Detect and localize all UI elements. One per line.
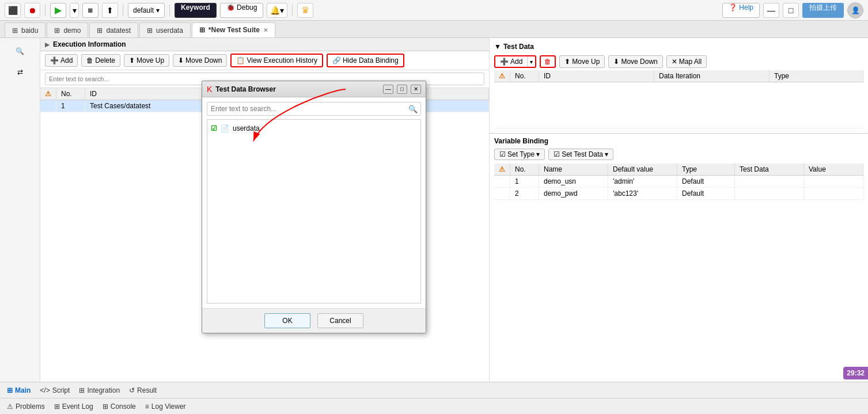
variable-binding-title: Variable Binding [494,137,863,145]
test-data-table-wrapper: ⚠ No. ID Data Iteration Type [490,70,868,133]
tree-item-userdata[interactable]: ☑ 📄 userdata [211,123,417,134]
td-empty-row [494,82,863,128]
minimize-btn[interactable]: — [763,3,779,18]
dialog-ok-btn[interactable]: OK [264,313,310,328]
default-label: default [133,6,154,14]
tab-baidu[interactable]: ⊞ baidu [5,22,46,37]
test-data-add-btn[interactable]: ➕ Add [495,56,528,67]
dialog-k-icon: K [207,85,212,94]
upload-to-server-btn[interactable]: ⬆ [102,3,118,18]
timer-badge: 29:32 [843,367,868,379]
dialog-body: 🔍 ☑ 📄 userdata [202,97,426,308]
default-profile-btn[interactable]: default ▾ [128,3,165,18]
main-icon: ⊞ [7,386,13,394]
play-dropdown-btn[interactable]: ▾ [70,3,79,18]
test-data-section: ▼ Test Data ➕ Add ▾ 🗑 ⬆ Move Up [490,38,868,134]
maximize-btn[interactable]: □ [783,3,799,18]
event-log-status[interactable]: ⊞ Event Log [54,402,93,411]
debug-btn[interactable]: 🐞 Debug [220,3,264,18]
dialog-search-input[interactable] [207,102,421,116]
terminal-btn[interactable]: ⬛ [5,3,21,18]
upload-photo-btn[interactable]: 拍摄上传 [802,3,844,18]
tab-icon: ⊞ [54,26,60,35]
set-test-data-btn[interactable]: ☑ Set Test Data ▾ [548,149,613,160]
warning-icon: ⚠ [7,402,13,411]
user-avatar[interactable]: 👤 [847,2,863,18]
sidebar-replace-icon[interactable]: ⇄ [12,63,29,81]
log-viewer-status[interactable]: ≡ Log Viewer [145,402,186,411]
row-no: 1 [56,100,85,112]
test-data-move-down-btn[interactable]: ⬇ Move Down [608,55,662,68]
record-btn[interactable]: ⏺ [24,3,40,18]
row-warn [494,188,510,200]
notification-btn[interactable]: 🔔▾ [267,3,287,18]
tab-icon: ⊞ [147,26,153,35]
up-icon: ⬆ [129,56,135,64]
vb-no-col: No. [510,164,539,176]
stop-btn[interactable]: ⏹ [82,3,98,18]
play-btn[interactable]: ▶ [50,3,66,18]
dialog-maximize-btn[interactable]: □ [397,85,407,94]
set-type-btn[interactable]: ☑ Set Type ▾ [494,149,545,160]
test-data-table: ⚠ No. ID Data Iteration Type [494,70,863,128]
table-row[interactable]: 1 demo_usn 'admin' Default [494,176,863,188]
search-icon: 🔍 [408,105,418,113]
result-icon: ↺ [129,386,135,394]
td-warn-col: ⚠ [494,70,510,82]
td-no-col: No. [510,70,539,82]
crown-icon-btn[interactable]: ♛ [297,3,313,18]
view-history-button[interactable]: 📋 View Execution History [230,54,323,67]
main-content: 🔍 ⇄ ▶ Execution Information ➕ Add 🗑 Dele… [0,38,868,382]
history-icon: 📋 [236,56,245,64]
tab-script[interactable]: </> Script [40,386,70,394]
console-status[interactable]: ⊞ Console [103,402,136,411]
tab-integration[interactable]: ⊞ Integration [79,386,120,394]
test-data-delete-btn[interactable]: 🗑 [540,55,556,68]
dialog-cancel-btn[interactable]: Cancel [317,313,363,328]
tab-userdata[interactable]: ⊞ userdata [139,22,191,37]
tree-item-label: userdata [233,124,260,132]
keyword-btn[interactable]: Keyword [175,3,217,18]
problems-status[interactable]: ⚠ Problems [7,402,45,411]
tab-result[interactable]: ↺ Result [129,386,157,394]
row-name: demo_pwd [539,188,608,200]
tab-bar: ⊞ baidu ⊞ demo ⊞ datatest ⊞ userdata ⊞ *… [0,21,868,38]
script-icon: </> [40,386,50,394]
td-empty-cell [494,82,863,128]
row-warn [494,176,510,188]
tab-datatest[interactable]: ⊞ datatest [89,22,138,37]
help-btn[interactable]: ❓ Help [722,3,760,18]
sidebar-search-icon[interactable]: 🔍 [12,43,29,60]
tab-demo[interactable]: ⊞ demo [47,22,88,37]
collapse-arrow-icon[interactable]: ▶ [45,41,50,48]
table-row[interactable]: 2 demo_pwd 'abc123' Default [494,188,863,200]
test-data-map-all-btn[interactable]: ✕ Map All [666,55,707,68]
left-sidebar: 🔍 ⇄ [0,38,40,382]
delete-button[interactable]: 🗑 Delete [81,54,120,67]
vb-type-col: Type [677,164,735,176]
row-value [804,176,863,188]
dialog-close-btn[interactable]: ✕ [411,85,421,94]
checkbox-icon: ☑ [554,150,560,158]
hide-binding-button[interactable]: 🔗 Hide Data Binding [327,54,404,67]
checkbox-icon[interactable]: ☑ [211,124,217,132]
test-data-move-up-btn[interactable]: ⬆ Move Up [559,55,605,68]
td-type-col: Type [770,70,863,82]
integration-icon: ⊞ [79,386,85,394]
tab-main[interactable]: ⊞ Main [7,386,31,394]
checkbox-icon: ☑ [499,150,506,158]
dialog-title: Test Data Browser [215,85,380,93]
tab-icon: ⊞ [12,26,18,35]
tab-icon: ⊞ [97,26,103,35]
move-down-button[interactable]: ⬇ Move Down [173,54,227,67]
add-button[interactable]: ➕ Add [45,54,78,67]
top-toolbar: ⬛ ⏺ ▶ ▾ ⏹ ⬆ default ▾ Keyword 🐞 Debug 🔔▾… [0,0,868,21]
right-panel: ▼ Test Data ➕ Add ▾ 🗑 ⬆ Move Up [490,38,868,382]
variable-binding-toolbar: ☑ Set Type ▾ ☑ Set Test Data ▾ [494,149,863,160]
tab-close-icon[interactable]: ✕ [263,27,268,33]
move-up-button[interactable]: ⬆ Move Up [124,54,169,67]
test-data-add-dropdown[interactable]: ▾ [528,58,535,66]
dialog-minimize-btn[interactable]: — [383,85,393,94]
variable-binding-table: ⚠ No. Name Default value Type Test Data … [494,164,863,200]
tab-new-test-suite[interactable]: ⊞ *New Test Suite ✕ [192,22,275,37]
